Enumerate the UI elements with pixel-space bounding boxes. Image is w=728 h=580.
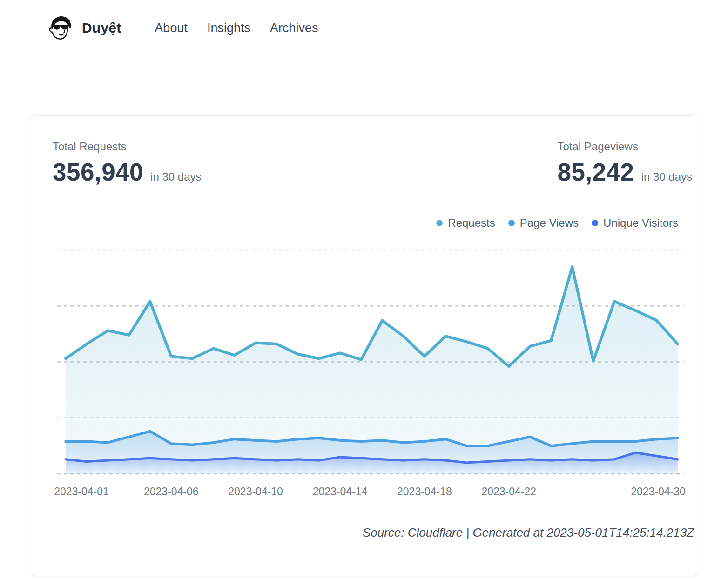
nav-insights[interactable]: Insights bbox=[207, 21, 250, 35]
stat-suffix: in 30 days bbox=[641, 170, 692, 183]
x-axis-label: 2023-04-14 bbox=[313, 486, 368, 498]
stat-value: 356,940 bbox=[53, 158, 143, 186]
legend-item-requests[interactable]: Requests bbox=[436, 216, 495, 229]
brand-link[interactable]: Duyệt bbox=[82, 20, 121, 36]
site-header: Duyệt About Insights Archives bbox=[47, 14, 318, 42]
x-axis-label: 2023-04-10 bbox=[228, 486, 283, 498]
requests-dot-icon bbox=[436, 220, 443, 226]
x-axis-label: 2023-04-30 bbox=[631, 486, 686, 498]
avatar[interactable] bbox=[47, 14, 74, 42]
stat-total-requests: Total Requests 356,940 in 30 days bbox=[53, 140, 202, 186]
page-views-dot-icon bbox=[508, 220, 515, 226]
chart-source-note: Source: Cloudflare | Generated at 2023-0… bbox=[363, 526, 694, 540]
traffic-chart-canvas bbox=[29, 249, 700, 482]
x-axis-label: 2023-04-18 bbox=[397, 486, 452, 498]
main-nav: About Insights Archives bbox=[155, 21, 318, 35]
avatar-icon bbox=[47, 14, 74, 42]
legend-item-unique-visitors[interactable]: Unique Visitors bbox=[592, 216, 678, 229]
nav-about[interactable]: About bbox=[155, 21, 188, 35]
traffic-chart bbox=[29, 249, 700, 482]
x-axis-label: 2023-04-22 bbox=[481, 486, 536, 498]
stat-label: Total Requests bbox=[53, 140, 202, 153]
stat-suffix: in 30 days bbox=[150, 170, 201, 183]
stat-total-pageviews: Total Pageviews 85,242 in 30 days bbox=[557, 140, 692, 186]
stats-row: Total Requests 356,940 in 30 days Total … bbox=[53, 140, 692, 186]
x-axis: 2023-04-012023-04-062023-04-102023-04-14… bbox=[29, 486, 700, 499]
stat-label: Total Pageviews bbox=[557, 140, 692, 153]
analytics-card: Total Requests 356,940 in 30 days Total … bbox=[29, 115, 700, 576]
stat-value: 85,242 bbox=[557, 158, 634, 186]
unique-visitors-dot-icon bbox=[592, 220, 598, 226]
legend-item-page-views[interactable]: Page Views bbox=[508, 216, 579, 229]
chart-legend: Requests Page Views Unique Visitors bbox=[436, 216, 678, 229]
nav-archives[interactable]: Archives bbox=[270, 21, 318, 35]
x-axis-label: 2023-04-01 bbox=[54, 486, 109, 498]
x-axis-label: 2023-04-06 bbox=[144, 486, 199, 498]
